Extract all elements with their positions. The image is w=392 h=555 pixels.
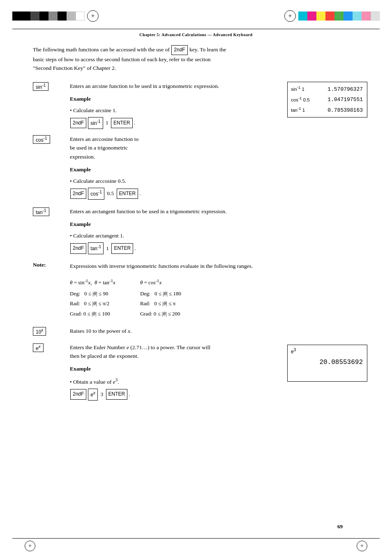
range-col-right: θ = cos-1x Deg: 0 ≤ |θ| ≤ 180 Rad: 0 ≤ |…	[140, 276, 181, 319]
color-swatch-black2	[21, 12, 30, 21]
sin-section: sin-1 1 1.570796327 cos-1 0.5 1.04719755…	[33, 82, 367, 129]
sin-key-container: sin-1	[33, 82, 70, 91]
main-content: The following math functions can be acce…	[0, 41, 392, 409]
left-color-bar	[12, 10, 101, 22]
tan-section: tan-1 Enters an arctangent function to b…	[33, 207, 367, 254]
key-enter-sin: ENTER	[111, 118, 133, 129]
tan-example: Example Calculate arctangent 1. 2ndF tan…	[70, 219, 367, 254]
ex-display-value: 20.08553692	[291, 359, 363, 366]
sin-key-sequence: 2ndF sin-1 1 ENTER.	[70, 117, 281, 129]
intro-text4: "Second Function Key" of Chapter 2.	[33, 65, 116, 71]
cos-bullet: Calculate arccosine 0.5.	[70, 176, 367, 186]
display-val-tan: 0.785398163	[327, 107, 363, 113]
ex-function-row: ex Enters the Euler Number e (2.71…) to …	[33, 343, 281, 361]
tan-key-sequence: 2ndF tan-1 1 ENTER.	[70, 242, 367, 254]
color-swatch-black3	[39, 12, 48, 21]
note-content: Expressions with inverse trigonometric f…	[70, 262, 367, 271]
cos-section: cos-1 Enters an arccosine function tobe …	[33, 135, 367, 200]
sin-key-btn: sin-1	[33, 82, 48, 91]
chapter-heading: Chapter 5: Advanced Calculations — Advan…	[0, 29, 392, 41]
tenx-key-btn: 10x	[33, 327, 46, 336]
color-swatch-ltmag	[362, 12, 371, 21]
color-swatch-black	[12, 12, 21, 21]
ex-display-box: e3 20.08553692	[287, 345, 367, 382]
key-val-3: 3	[99, 389, 105, 399]
display-label-cos: cos-1 0.5	[291, 96, 313, 102]
key-2ndf-tan: 2ndF	[70, 243, 86, 254]
intro-text3: basic steps of how to access the second …	[33, 56, 210, 62]
range-table: θ = sin-1x, θ = tan-1x Deg: 0 ≤ |θ| ≤ 90…	[70, 276, 367, 319]
left-registration-mark	[87, 10, 99, 22]
display-row-sin: sin-1 1 1.570796327	[291, 85, 363, 93]
cos-example: Example Calculate arccosine 0.5. 2ndF co…	[70, 165, 367, 200]
tan-key-btn: tan-1	[33, 207, 49, 216]
color-swatch-cyan	[298, 12, 307, 21]
trig-display-box: sin-1 1 1.570796327 cos-1 0.5 1.04719755…	[287, 82, 367, 117]
ex-key-btn: ex	[33, 343, 44, 352]
right-color-squares	[298, 12, 380, 21]
key-enter-ex: ENTER	[106, 389, 128, 400]
color-swatch-yellow	[316, 12, 325, 21]
tenx-key-container: 10x	[33, 327, 70, 336]
range-title-right: θ = cos-1x	[140, 276, 181, 288]
bottom-right-reg-circle: +	[357, 541, 367, 551]
key-ex: ex	[88, 389, 98, 401]
key-sin-inv: sin-1	[88, 117, 103, 129]
display-val-cos: 1.047197551	[327, 97, 363, 103]
intro-text1: The following math functions can be acce…	[33, 46, 170, 53]
key-2ndf-cos: 2ndF	[70, 189, 86, 199]
top-registration-bar	[0, 0, 392, 29]
display-label-tan: tan-1 1	[291, 106, 308, 113]
sin-description: Enters an arcsine function to be used in…	[70, 82, 281, 91]
ex-section: e3 20.08553692 ex Enters the Euler Numbe…	[33, 343, 367, 401]
tenx-function-row: 10x Raises 10 to the power of x.	[33, 327, 367, 336]
color-swatch-white	[76, 12, 85, 21]
bottom-left-reg: +	[12, 540, 37, 552]
page: Chapter 5: Advanced Calculations — Advan…	[0, 0, 392, 555]
note-label: Note:	[33, 262, 70, 268]
display-val-sin: 1.570796327	[327, 86, 363, 92]
display-row-tan: tan-1 1 0.785398163	[291, 106, 363, 114]
key-2ndf-intro: 2ndF	[171, 45, 187, 55]
right-registration-mark	[284, 10, 296, 22]
range-col-left: θ = sin-1x, θ = tan-1x Deg: 0 ≤ |θ| ≤ 90…	[70, 276, 115, 319]
color-swatch-magenta	[307, 12, 316, 21]
key-val-05: 0.5	[106, 189, 115, 198]
cos-key-sequence: 2ndF cos-1 0.5 ENTER.	[70, 188, 367, 200]
tan-example-label: Example	[70, 219, 367, 229]
note-text: Expressions with inverse trigonometric f…	[70, 263, 253, 269]
sin-function-row: sin-1 Enters an arcsine function to be u…	[33, 82, 281, 91]
color-swatch-gray	[48, 12, 58, 21]
key-tan-inv: tan-1	[88, 242, 104, 254]
ex-description: Enters the Euler Number e (2.71…) to a p…	[70, 343, 281, 361]
tan-key-container: tan-1	[33, 207, 70, 216]
color-swatch-green	[334, 12, 344, 21]
note-section: Note: Expressions with inverse trigonome…	[33, 262, 367, 271]
cos-description: Enters an arccosine function tobe used i…	[70, 135, 367, 161]
ex-key-container: ex	[33, 343, 70, 352]
color-swatch-darkgray	[30, 12, 39, 21]
cos-example-label: Example	[70, 165, 367, 175]
color-swatch-black4	[58, 12, 67, 21]
color-swatch-blue	[344, 12, 353, 21]
key-val-1-tan: 1	[105, 244, 111, 253]
color-swatch-ltgray	[371, 12, 380, 21]
bottom-registration-area: + +	[0, 536, 392, 552]
tenx-section: 10x Raises 10 to the power of x.	[33, 327, 367, 336]
color-swatch-red	[325, 12, 334, 21]
color-swatch-ltcyan	[353, 12, 362, 21]
key-val-1: 1	[104, 118, 110, 128]
page-number: 69	[337, 523, 367, 530]
range-title-left: θ = sin-1x, θ = tan-1x	[70, 276, 115, 288]
range-grad-right: Grad: 0 ≤ |θ| ≤ 200	[140, 309, 181, 319]
range-deg-left: Deg: 0 ≤ |θ| ≤ 90	[70, 289, 115, 299]
cos-key-container: cos-1	[33, 135, 70, 144]
range-rad-left: Rad: 0 ≤ |θ| ≤ π/2	[70, 299, 115, 309]
range-deg-right: Deg: 0 ≤ |θ| ≤ 180	[140, 289, 181, 299]
cos-key-btn: cos-1	[33, 135, 50, 144]
cos-function-row: cos-1 Enters an arccosine function tobe …	[33, 135, 367, 161]
display-row-cos: cos-1 0.5 1.047197551	[291, 95, 363, 104]
key-2ndf-sin: 2ndF	[70, 118, 86, 129]
key-enter-tan: ENTER	[111, 243, 133, 254]
key-cos-inv: cos-1	[88, 188, 104, 200]
